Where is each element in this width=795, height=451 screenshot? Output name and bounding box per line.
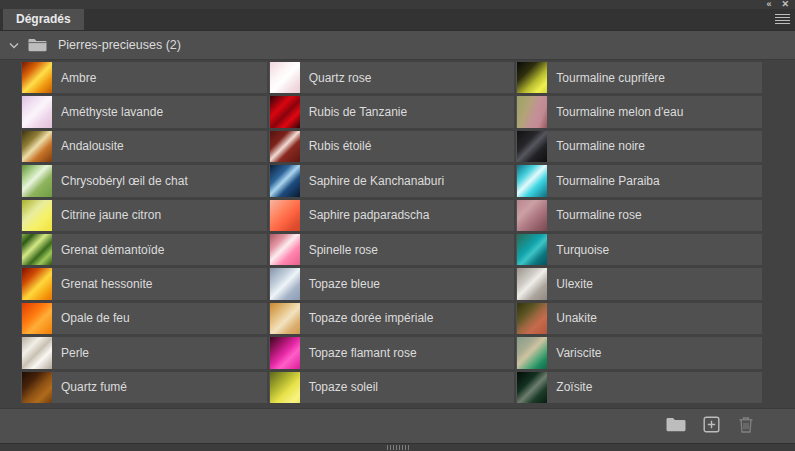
gradient-item[interactable]: Topaze dorée impériale	[269, 303, 515, 334]
gradient-item[interactable]: Grenat hessonite	[21, 268, 267, 299]
gradient-swatch	[270, 131, 300, 162]
gradient-swatch	[270, 372, 300, 403]
gradient-name: Turquoise	[556, 243, 609, 257]
gradient-item[interactable]: Unakite	[516, 303, 762, 334]
gradient-name: Ulexite	[556, 277, 593, 291]
group-row-pierres-precieuses[interactable]: Pierres-precieuses (2)	[0, 31, 795, 60]
gradient-item[interactable]: Rubis de Tanzanie	[269, 96, 515, 127]
gradient-swatch	[517, 131, 547, 162]
gradient-swatch	[270, 200, 300, 231]
gradient-name: Tourmaline melon d'eau	[556, 105, 683, 119]
gradient-name: Tourmaline rose	[556, 208, 641, 222]
gradient-item[interactable]: Améthyste lavande	[21, 96, 267, 127]
gradient-item[interactable]: Perle	[21, 337, 267, 368]
gradient-name: Quartz rose	[309, 71, 372, 85]
gradient-swatch	[270, 303, 300, 334]
gradients-panel: « ✕ Dégradés Pierres-precieuses (2) Ambr…	[0, 0, 795, 451]
gradient-grid: Ambre Améthyste lavande Andalousite Chry…	[21, 62, 762, 403]
gradient-item[interactable]: Quartz rose	[269, 62, 515, 93]
gradient-name: Rubis de Tanzanie	[309, 105, 408, 119]
delete-gradient-button[interactable]	[735, 415, 757, 437]
gradient-item[interactable]: Turquoise	[516, 234, 762, 265]
group-label: Pierres-precieuses (2)	[58, 38, 181, 52]
panel-footer	[0, 408, 795, 443]
gradient-item[interactable]: Ulexite	[516, 268, 762, 299]
resize-grip[interactable]	[387, 445, 409, 450]
gradient-swatch	[270, 96, 300, 127]
gradient-name: Variscite	[556, 346, 601, 360]
gradient-item[interactable]: Saphire padparadscha	[269, 200, 515, 231]
tab-degrades[interactable]: Dégradés	[3, 9, 84, 30]
gradient-name: Rubis étoilé	[309, 139, 372, 153]
panel-menu-button[interactable]	[775, 14, 790, 25]
gradient-name: Unakite	[556, 311, 597, 325]
gradient-item[interactable]: Saphire de Kanchanaburi	[269, 165, 515, 196]
gradient-item[interactable]: Topaze bleue	[269, 268, 515, 299]
gradient-name: Topaze soleil	[309, 380, 378, 394]
gradient-name: Topaze flamant rose	[309, 346, 417, 360]
gradient-item[interactable]: Tourmaline rose	[516, 200, 762, 231]
gradient-item[interactable]: Grenat démantoïde	[21, 234, 267, 265]
collapse-panel-icon[interactable]: «	[766, 0, 771, 9]
gradient-item[interactable]: Topaze soleil	[269, 372, 515, 403]
gradient-swatch	[22, 131, 52, 162]
gradient-name: Améthyste lavande	[61, 105, 163, 119]
bottom-strip	[0, 443, 795, 451]
gradient-name: Citrine jaune citron	[61, 208, 161, 222]
hamburger-menu-icon	[775, 14, 790, 25]
gradient-item[interactable]: Topaze flamant rose	[269, 337, 515, 368]
gradient-item[interactable]: Chrysobéryl œil de chat	[21, 165, 267, 196]
gradient-item[interactable]: Ambre	[21, 62, 267, 93]
trash-icon	[738, 416, 754, 437]
gradient-swatch	[270, 62, 300, 93]
gradient-swatch	[22, 303, 52, 334]
gradient-swatch	[22, 337, 52, 368]
gradient-swatch	[517, 62, 547, 93]
gradient-name: Ambre	[61, 71, 96, 85]
gradient-name: Grenat hessonite	[61, 277, 152, 291]
gradient-swatch	[517, 96, 547, 127]
gradient-swatch	[22, 372, 52, 403]
new-folder-icon	[666, 417, 686, 436]
gradient-name: Grenat démantoïde	[61, 243, 164, 257]
gradient-swatch	[22, 234, 52, 265]
gradient-item[interactable]: Variscite	[516, 337, 762, 368]
gradient-item[interactable]: Tourmaline Paraiba	[516, 165, 762, 196]
gradient-swatch	[22, 268, 52, 299]
gradient-name: Saphire padparadscha	[309, 208, 430, 222]
gradient-swatch	[270, 268, 300, 299]
new-gradient-button[interactable]	[700, 415, 722, 437]
gradient-name: Tourmaline Paraiba	[556, 174, 659, 188]
new-group-button[interactable]	[665, 415, 687, 437]
gradient-name: Quartz fumé	[61, 380, 127, 394]
gradient-name: Zoïsite	[556, 380, 592, 394]
gradient-name: Chrysobéryl œil de chat	[61, 174, 188, 188]
gradient-item[interactable]: Quartz fumé	[21, 372, 267, 403]
folder-icon	[28, 38, 47, 52]
gradient-swatch	[22, 62, 52, 93]
gradient-swatch	[517, 165, 547, 196]
gradient-item[interactable]: Opale de feu	[21, 303, 267, 334]
gradient-item[interactable]: Citrine jaune citron	[21, 200, 267, 231]
close-panel-icon[interactable]: ✕	[781, 0, 789, 9]
gradient-swatch	[517, 337, 547, 368]
gradient-name: Topaze dorée impériale	[309, 311, 434, 325]
gradient-item[interactable]: Andalousite	[21, 131, 267, 162]
chevron-down-icon[interactable]	[9, 42, 19, 49]
gradient-swatch	[270, 337, 300, 368]
plus-square-icon	[703, 416, 720, 437]
gradient-swatch	[517, 200, 547, 231]
gradient-name: Opale de feu	[61, 311, 130, 325]
gradient-name: Topaze bleue	[309, 277, 380, 291]
gradient-swatch	[517, 372, 547, 403]
gradient-item[interactable]: Tourmaline cuprifère	[516, 62, 762, 93]
gradient-item[interactable]: Spinelle rose	[269, 234, 515, 265]
gradient-item[interactable]: Tourmaline melon d'eau	[516, 96, 762, 127]
gradient-item[interactable]: Rubis étoilé	[269, 131, 515, 162]
gradient-name: Tourmaline cuprifère	[556, 71, 665, 85]
gradient-item[interactable]: Zoïsite	[516, 372, 762, 403]
gradient-name: Andalousite	[61, 139, 124, 153]
gradient-swatch	[517, 234, 547, 265]
gradient-swatch	[22, 200, 52, 231]
gradient-item[interactable]: Tourmaline noire	[516, 131, 762, 162]
